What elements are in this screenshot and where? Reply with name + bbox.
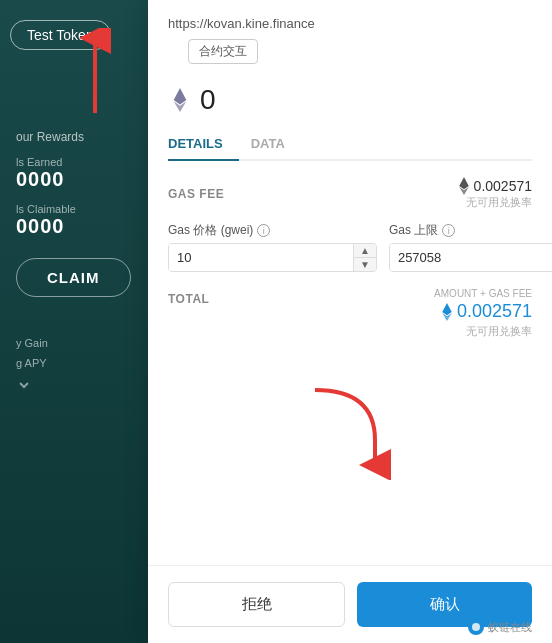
ethereum-icon: [168, 88, 192, 112]
claim-button[interactable]: CLAIM: [16, 258, 131, 297]
svg-marker-7: [442, 303, 451, 315]
watermark: 蚁链在线: [468, 619, 532, 635]
gas-limit-info-icon[interactable]: i: [442, 224, 455, 237]
modal-url: https://kovan.kine.finance: [148, 0, 552, 39]
gas-inputs-row: Gas 价格 (gwei) i ▲ ▼ Gas 上限 i: [168, 222, 532, 272]
gas-price-up-button[interactable]: ▲: [354, 244, 376, 258]
rewards-title: our Rewards: [16, 130, 160, 144]
gas-fee-label: GAS FEE: [168, 187, 224, 201]
gas-price-stepper: ▲ ▼: [353, 244, 376, 271]
rewards-section: our Rewards ls Earned 0000 ls Claimable …: [0, 130, 160, 297]
reject-button[interactable]: 拒绝: [168, 582, 345, 627]
watermark-text: 蚁链在线: [488, 620, 532, 635]
total-eth-value: 0.002571: [457, 301, 532, 322]
total-no-exchange: 无可用兑换率: [434, 324, 532, 339]
svg-point-9: [472, 623, 480, 631]
apy-label: g APY: [16, 357, 160, 369]
eth-amount-row: 0: [148, 84, 552, 128]
watermark-icon: [468, 619, 484, 635]
gas-price-down-button[interactable]: ▼: [354, 258, 376, 271]
earned-label: ls Earned: [16, 156, 160, 168]
amount-gas-fee-label: AMOUNT + GAS FEE: [434, 288, 532, 299]
gas-price-label: Gas 价格 (gwei) i: [168, 222, 377, 239]
gas-fee-value: 0.002571 无可用兑换率: [458, 177, 532, 210]
claimable-value: 0000: [16, 215, 160, 238]
eth-total-icon: [441, 303, 453, 321]
gas-limit-label: Gas 上限 i: [389, 222, 552, 239]
bottom-labels: y Gain g APY: [0, 337, 160, 397]
contract-badge: 合约交互: [188, 39, 258, 64]
modal-panel: https://kovan.kine.finance 合约交互 0 DETAIL…: [148, 0, 552, 643]
tabs-row: DETAILS DATA: [168, 128, 532, 161]
arrow-down-icon: [295, 380, 395, 480]
gas-fee-row: GAS FEE 0.002571 无可用兑换率: [168, 177, 532, 210]
earned-value: 0000: [16, 168, 160, 191]
arrow-up-icon: [60, 28, 130, 118]
eth-small-icon: [458, 177, 470, 195]
total-label: TOTAL: [168, 288, 209, 306]
tab-data[interactable]: DATA: [251, 128, 301, 161]
gas-limit-input[interactable]: [390, 244, 552, 271]
chevron-down-icon: [16, 377, 32, 393]
tab-details[interactable]: DETAILS: [168, 128, 239, 161]
gas-price-input-wrapper: ▲ ▼: [168, 243, 377, 272]
gas-fee-no-exchange: 无可用兑换率: [458, 195, 532, 210]
gain-label: y Gain: [16, 337, 160, 349]
eth-amount: 0: [200, 84, 216, 116]
svg-marker-5: [459, 177, 468, 189]
gas-limit-input-wrapper: ▲ ▼: [389, 243, 552, 272]
svg-marker-3: [174, 88, 187, 104]
gas-price-info-icon[interactable]: i: [257, 224, 270, 237]
claimable-label: ls Claimable: [16, 203, 160, 215]
modal-body: GAS FEE 0.002571 无可用兑换率 Gas 价格 (gwei) i: [148, 161, 552, 565]
total-right: AMOUNT + GAS FEE 0.002571 无可用兑换率: [434, 288, 532, 339]
gas-price-group: Gas 价格 (gwei) i ▲ ▼: [168, 222, 377, 272]
total-eth-row: 0.002571: [434, 301, 532, 322]
gas-fee-amount: 0.002571: [474, 178, 532, 194]
gas-fee-eth-row: 0.002571: [458, 177, 532, 195]
gas-limit-group: Gas 上限 i ▲ ▼: [389, 222, 552, 272]
total-row: TOTAL AMOUNT + GAS FEE 0.002571 无可用兑换率: [168, 288, 532, 339]
gas-price-input[interactable]: [169, 244, 353, 271]
